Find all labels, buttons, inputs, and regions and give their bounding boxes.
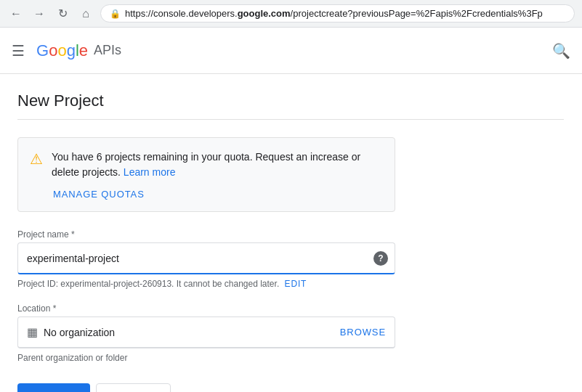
location-label: Location * [17, 303, 395, 314]
help-icon[interactable]: ? [373, 251, 388, 266]
app-bar: ☰ Google APIs 🔍 [0, 28, 582, 74]
action-buttons: CREATE CANCEL [17, 383, 395, 392]
project-name-input[interactable] [17, 242, 395, 274]
project-name-input-wrapper: ? [17, 242, 395, 274]
back-button[interactable]: ← [7, 5, 25, 23]
logo: Google APIs [36, 41, 121, 60]
location-value: No organization [44, 327, 340, 338]
menu-icon[interactable]: ☰ [12, 42, 25, 60]
project-name-label: Project name * [17, 229, 395, 240]
home-button[interactable]: ⌂ [77, 5, 94, 23]
project-name-field-group: Project name * ? Project ID: experimenta… [17, 229, 395, 289]
forward-button[interactable]: → [31, 5, 48, 23]
warning-box: ⚠ You have 6 projects remaining in your … [17, 137, 395, 212]
learn-more-link[interactable]: Learn more [124, 166, 176, 178]
project-id-text: Project ID: experimental-project-260913.… [17, 279, 395, 289]
reload-button[interactable]: ↻ [54, 5, 71, 23]
page-title: New Project [17, 91, 564, 120]
url-text: https://console.developers.google.com/pr… [125, 8, 543, 19]
parent-org-text: Parent organization or folder [17, 353, 395, 363]
cancel-button[interactable]: CANCEL [96, 383, 171, 392]
warning-text: You have 6 projects remaining in your qu… [52, 150, 383, 180]
search-icon[interactable]: 🔍 [552, 42, 570, 60]
apis-label: APIs [94, 43, 121, 58]
google-logo: Google [36, 41, 88, 60]
browse-button[interactable]: BROWSE [340, 327, 386, 338]
address-bar[interactable]: 🔒 https://console.developers.google.com/… [100, 4, 575, 23]
warning-icon: ⚠ [30, 150, 43, 168]
edit-link[interactable]: EDIT [285, 279, 307, 289]
main-content: New Project ⚠ You have 6 projects remain… [0, 74, 581, 392]
organization-icon: ▦ [27, 325, 38, 339]
form-section: Project name * ? Project ID: experimenta… [17, 229, 395, 392]
location-field-group: Location * ▦ No organization BROWSE Pare… [17, 303, 395, 363]
location-input-wrapper: ▦ No organization BROWSE [17, 317, 395, 348]
manage-quotas-button[interactable]: MANAGE QUOTAS [53, 189, 383, 200]
warning-row: ⚠ You have 6 projects remaining in your … [30, 150, 383, 180]
security-icon: 🔒 [110, 9, 121, 19]
create-button[interactable]: CREATE [17, 383, 90, 392]
browser-chrome: ← → ↻ ⌂ 🔒 https://console.developers.goo… [0, 0, 582, 28]
